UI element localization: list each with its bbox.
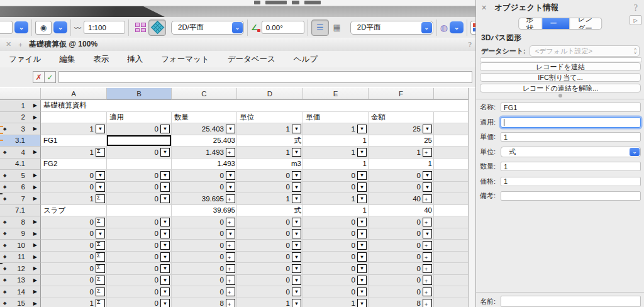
cell[interactable] xyxy=(434,240,469,252)
plan-view-icon-button[interactable] xyxy=(148,20,166,36)
cell-plus-button[interactable]: + xyxy=(226,241,235,250)
cell[interactable]: 0Σ xyxy=(41,216,107,228)
cell[interactable] xyxy=(107,135,172,147)
column-header-A[interactable]: A xyxy=(41,88,107,100)
cell[interactable]: 0+ xyxy=(369,263,434,275)
row-header-2[interactable]: 2▶ xyxy=(0,112,41,124)
cell[interactable] xyxy=(107,159,172,170)
cell-dropdown-button[interactable]: ▼ xyxy=(357,218,367,227)
cell[interactable]: 0▼ xyxy=(172,170,237,182)
cell[interactable]: 1▼ xyxy=(303,147,369,159)
menu-item-ヘルプ[interactable]: ヘルプ xyxy=(294,54,318,65)
cell[interactable]: 39.695 xyxy=(172,205,237,217)
cell[interactable]: 1▼ xyxy=(303,193,369,205)
row-arrow-icon[interactable]: ▶ xyxy=(33,172,37,178)
cell[interactable] xyxy=(434,182,469,194)
row-header-14[interactable]: ◆14▶ xyxy=(0,286,41,298)
angle-input[interactable]: 0.00° xyxy=(262,21,304,34)
help-icon[interactable]: ? xyxy=(634,3,638,13)
cell[interactable]: 25▼ xyxy=(369,123,434,135)
cell[interactable]: 1Σ xyxy=(41,147,107,159)
view-mode-dropdown-1[interactable]: 2D/平面 ⌄ xyxy=(171,21,244,35)
cell[interactable]: 0Σ xyxy=(41,263,107,275)
row-header-9[interactable]: ◆9▶ xyxy=(0,228,41,240)
help-icon[interactable]: ? xyxy=(468,40,472,50)
menu-item-データベース[interactable]: データベース xyxy=(228,54,275,65)
cell-plus-button[interactable]: + xyxy=(226,299,235,307)
row-header-12[interactable]: ◆12▶ xyxy=(0,263,41,275)
cell[interactable]: 0▼ xyxy=(303,252,369,264)
row-header-1[interactable]: 1▶ xyxy=(0,100,41,112)
cell-dropdown-button[interactable]: ▼ xyxy=(96,182,105,192)
cell[interactable]: 0▼ xyxy=(107,216,172,228)
cell[interactable]: 0▼ xyxy=(107,240,172,252)
cell[interactable]: 25 xyxy=(369,135,434,147)
row-arrow-icon[interactable]: ▶ xyxy=(33,254,37,260)
tab-データ[interactable]: データ xyxy=(542,18,570,29)
row-header-8[interactable]: ◆8▶ xyxy=(0,216,41,228)
cell[interactable] xyxy=(434,216,469,228)
cell-sum-button[interactable]: Σ xyxy=(96,241,105,250)
cell-dropdown-button[interactable]: ▼ xyxy=(292,171,301,181)
cell-dropdown-button[interactable]: ▼ xyxy=(160,299,170,307)
panel-expand-button[interactable]: ▷ xyxy=(630,15,641,25)
panel-button-2[interactable]: IFC割り当て... xyxy=(480,73,641,82)
cell[interactable] xyxy=(434,286,469,298)
cell[interactable] xyxy=(434,263,469,275)
cell[interactable]: 0+ xyxy=(369,240,434,252)
cell-dropdown-button[interactable]: ▼ xyxy=(160,241,170,250)
cell[interactable]: 0▼ xyxy=(369,182,434,194)
cell-sum-button[interactable]: Σ xyxy=(96,218,105,227)
cell-plus-button[interactable]: + xyxy=(226,218,235,227)
cell[interactable]: 0+ xyxy=(172,263,237,275)
cell-dropdown-button[interactable]: ▼ xyxy=(160,229,170,238)
cell[interactable] xyxy=(434,252,469,264)
cell-plus-button[interactable]: + xyxy=(423,287,432,297)
cell-dropdown-button[interactable]: ▼ xyxy=(292,125,301,134)
cell-dropdown-button[interactable]: ▼ xyxy=(357,229,367,238)
cell-dropdown-button[interactable]: ▼ xyxy=(357,299,367,307)
row-arrow-icon[interactable]: ▶ xyxy=(33,265,37,271)
tab-形状[interactable]: 形状 xyxy=(519,18,543,29)
cell[interactable]: 1+ xyxy=(369,147,434,159)
cell[interactable]: 0▼ xyxy=(41,170,107,182)
cell[interactable]: 0▼ xyxy=(369,170,434,182)
cell[interactable]: 0Σ xyxy=(41,252,107,264)
cell-plus-button[interactable]: + xyxy=(423,241,432,250)
cell-plus-button[interactable]: + xyxy=(423,276,432,285)
tab-レンダー[interactable]: レンダー xyxy=(570,18,602,29)
cell[interactable]: 0▼ xyxy=(107,228,172,240)
cell[interactable]: FG1 xyxy=(41,135,107,147)
grid-icon-button[interactable]: ▦ xyxy=(329,20,345,35)
cell-dropdown-button[interactable]: ▼ xyxy=(423,125,432,134)
cell[interactable]: 0▼ xyxy=(107,123,172,135)
cell-plus-button[interactable]: + xyxy=(423,252,432,262)
cell-sum-button[interactable]: Σ xyxy=(96,252,105,262)
cell-dropdown-button[interactable]: ▼ xyxy=(292,264,301,274)
cell[interactable]: 基礎積算資料 xyxy=(41,100,469,112)
row-header-11[interactable]: ◆11▶ xyxy=(0,252,41,264)
cell[interactable]: 0+ xyxy=(172,252,237,264)
cell[interactable] xyxy=(434,123,469,135)
cell[interactable]: 0▼ xyxy=(107,275,172,287)
cell[interactable]: 0▼ xyxy=(303,182,369,194)
render-dropdown-button[interactable]: ⌄ xyxy=(450,21,464,33)
cell-plus-button[interactable]: + xyxy=(226,148,235,157)
worksheet-titlebar[interactable]: ✕ + 基礎積算仮 @ 100% ? xyxy=(0,38,475,52)
field-input-数量[interactable]: 1 xyxy=(501,162,641,171)
cell-sum-button[interactable]: Σ xyxy=(96,264,105,274)
close-icon[interactable]: ✕ xyxy=(481,4,487,12)
field-input-名称[interactable]: FG1 xyxy=(501,103,641,112)
menu-item-挿入[interactable]: 挿入 xyxy=(127,54,143,65)
cell-dropdown-button[interactable]: ▼ xyxy=(160,264,170,274)
cell[interactable] xyxy=(434,298,469,307)
cell-dropdown-button[interactable]: ▼ xyxy=(160,218,170,227)
cell-dropdown-button[interactable]: ▼ xyxy=(357,287,367,297)
cell[interactable]: 0▼ xyxy=(237,182,303,194)
cancel-entry-button[interactable]: ✗ xyxy=(33,71,45,83)
cell[interactable]: 0Σ xyxy=(41,275,107,287)
cell-plus-button[interactable]: + xyxy=(226,287,235,297)
field-input-価格[interactable]: 1 xyxy=(501,177,641,186)
cell-dropdown-button[interactable]: ▼ xyxy=(160,182,170,192)
divider-handle[interactable] xyxy=(558,94,562,98)
